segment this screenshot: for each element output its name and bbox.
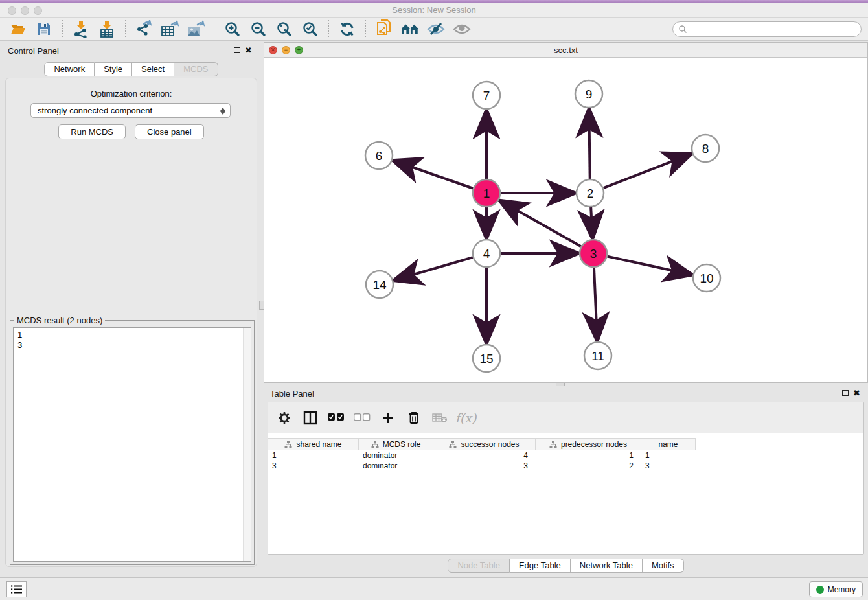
mcds-result-text[interactable]: 1 3 [13, 327, 251, 562]
export-image-button[interactable] [185, 19, 206, 39]
first-neighbors-button[interactable] [400, 19, 420, 39]
cell-successor-nodes[interactable]: 3 [433, 461, 536, 471]
eye-icon [452, 21, 472, 37]
graph-edge-2-8[interactable] [604, 154, 691, 188]
column-header-successor-nodes[interactable]: successor nodes [433, 438, 536, 450]
show-all-button[interactable] [451, 19, 472, 39]
cell-shared-name[interactable]: 1 [268, 450, 359, 461]
function-builder-button[interactable]: f(x) [457, 410, 474, 426]
cell-name[interactable]: 3 [641, 461, 696, 471]
graph-node-9[interactable]: 9 [575, 80, 602, 108]
tab-network-table[interactable]: Network Table [571, 559, 643, 573]
tab-network[interactable]: Network [44, 62, 95, 76]
run-mcds-button[interactable]: Run MCDS [58, 124, 126, 139]
show-columns-button[interactable] [302, 410, 319, 426]
table-panel-header: Table Panel ✖ [264, 385, 868, 402]
close-panel-icon[interactable]: ✖ [245, 45, 252, 55]
graph-node-2[interactable]: 2 [577, 179, 604, 207]
result-scrollbar[interactable] [243, 328, 251, 561]
graph-node-7[interactable]: 7 [473, 82, 500, 109]
graph-edge-1-6[interactable] [394, 161, 474, 188]
search-box[interactable] [672, 21, 862, 37]
graph-edge-2-3[interactable] [591, 207, 592, 237]
graph-node-8[interactable]: 8 [692, 135, 719, 162]
graph-edge-3-10[interactable] [607, 257, 691, 275]
zoom-out-button[interactable] [248, 19, 269, 39]
svg-text:14: 14 [372, 278, 387, 292]
cell-predecessor-nodes[interactable]: 1 [536, 450, 641, 461]
search-input[interactable] [687, 25, 861, 34]
cell-successor-nodes[interactable]: 4 [433, 450, 536, 461]
graph-node-14[interactable]: 14 [366, 271, 393, 298]
network-canvas[interactable]: 7968124314101511 [264, 58, 867, 382]
svg-text:3: 3 [590, 247, 597, 260]
column-header-name[interactable]: name [641, 438, 696, 450]
mcds-result-title: MCDS result (2 nodes) [14, 316, 105, 325]
table-panel-title: Table Panel [270, 389, 314, 398]
status-bar: Memory [0, 577, 868, 600]
table-mode-button[interactable] [276, 410, 293, 426]
column-header-shared-name[interactable]: shared name [268, 438, 359, 450]
trash-icon [408, 411, 420, 424]
task-history-button[interactable] [6, 581, 27, 597]
control-panel-tabs: NetworkStyleSelectMCDS [1, 62, 261, 76]
graph-node-3[interactable]: 3 [580, 240, 607, 267]
close-panel-button[interactable]: Close panel [135, 124, 204, 139]
save-floppy-icon [36, 21, 52, 37]
column-header-MCDS-role[interactable]: MCDS role [359, 438, 433, 450]
tab-edge-table[interactable]: Edge Table [510, 559, 571, 573]
hierarchy-icon [449, 441, 457, 448]
cell-shared-name[interactable]: 3 [268, 461, 359, 471]
select-all-button[interactable] [328, 410, 345, 426]
float-panel-icon[interactable] [234, 47, 240, 53]
open-session-button[interactable] [8, 19, 29, 39]
graph-edge-3-1[interactable] [501, 201, 581, 246]
hierarchy-icon [284, 441, 292, 448]
save-session-button[interactable] [34, 19, 54, 39]
graph-edge-2-9[interactable] [589, 110, 589, 179]
create-column-button[interactable] [380, 410, 396, 426]
tab-style[interactable]: Style [95, 62, 132, 76]
cell-MCDS-role[interactable]: dominator [359, 450, 433, 461]
export-network-button[interactable] [133, 19, 154, 39]
graph-edge-3-11[interactable] [594, 268, 597, 340]
import-network-icon [73, 20, 89, 38]
graph-node-11[interactable]: 11 [584, 342, 611, 369]
graph-node-15[interactable]: 15 [473, 345, 500, 372]
tab-node-table[interactable]: Node Table [448, 559, 510, 573]
optimization-criterion-select[interactable]: strongly connected component [30, 103, 231, 118]
import-table-button[interactable] [97, 19, 117, 39]
table-row[interactable]: 1dominator411 [268, 450, 863, 461]
hide-selected-button[interactable] [426, 19, 446, 39]
deselect-all-button[interactable] [354, 410, 371, 426]
column-header-predecessor-nodes[interactable]: predecessor nodes [536, 438, 641, 450]
delete-columns-button[interactable] [405, 410, 422, 426]
graph-node-4[interactable]: 4 [473, 240, 500, 267]
import-network-button[interactable] [71, 19, 91, 39]
memory-button[interactable]: Memory [809, 581, 863, 597]
tab-mcds[interactable]: MCDS [174, 62, 218, 76]
zoom-in-button[interactable] [222, 19, 243, 39]
cell-name[interactable]: 1 [641, 450, 696, 461]
graph-edge-4-14[interactable] [395, 257, 473, 280]
table-row[interactable]: 3dominator323 [268, 461, 863, 471]
list-icon [11, 584, 23, 594]
tab-select[interactable]: Select [132, 62, 174, 76]
export-table-button[interactable] [159, 19, 180, 39]
cell-MCDS-role[interactable]: dominator [359, 461, 433, 471]
delete-table-button[interactable] [431, 410, 448, 426]
cell-predecessor-nodes[interactable]: 2 [536, 461, 641, 471]
delete-table-icon [432, 413, 448, 423]
zoom-fit-button[interactable] [274, 19, 295, 39]
graph-node-6[interactable]: 6 [365, 142, 393, 169]
tab-motifs[interactable]: Motifs [643, 559, 684, 573]
float-panel-icon[interactable] [842, 390, 849, 396]
close-panel-icon[interactable]: ✖ [853, 388, 860, 398]
graph-node-1[interactable]: 1 [473, 179, 500, 207]
graph-node-10[interactable]: 10 [693, 264, 720, 292]
new-network-from-selection-button[interactable] [374, 19, 394, 39]
gear-icon [278, 411, 291, 424]
svg-text:4: 4 [483, 247, 490, 260]
apply-layout-button[interactable] [337, 19, 358, 39]
zoom-selected-button[interactable] [300, 19, 321, 39]
